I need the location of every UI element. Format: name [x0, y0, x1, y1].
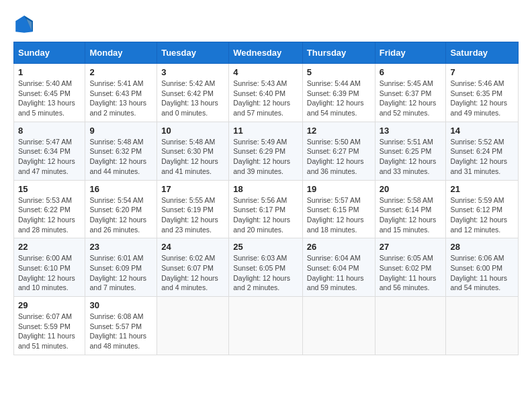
- calendar-table: SundayMondayTuesdayWednesdayThursdayFrid…: [13, 42, 519, 355]
- day-number: 12: [307, 126, 371, 136]
- empty-cell: [375, 297, 446, 355]
- empty-cell: [229, 297, 303, 355]
- day-info: Sunrise: 5:58 AMSunset: 6:14 PMDaylight:…: [380, 195, 442, 235]
- day-info: Sunrise: 5:49 AMSunset: 6:29 PMDaylight:…: [233, 137, 298, 177]
- day-info: Sunrise: 5:46 AMSunset: 6:35 PMDaylight:…: [450, 79, 514, 118]
- day-info: Sunrise: 5:47 AMSunset: 6:34 PMDaylight:…: [18, 137, 81, 177]
- day-number: 23: [89, 242, 152, 252]
- day-info: Sunrise: 5:55 AMSunset: 6:19 PMDaylight:…: [161, 195, 224, 235]
- empty-cell: [157, 297, 229, 355]
- day-number: 29: [18, 300, 81, 310]
- day-cell-3: 3Sunrise: 5:42 AMSunset: 6:42 PMDaylight…: [157, 64, 229, 122]
- empty-cell: [302, 297, 375, 355]
- day-info: Sunrise: 5:43 AMSunset: 6:40 PMDaylight:…: [233, 79, 298, 118]
- day-cell-7: 7Sunrise: 5:46 AMSunset: 6:35 PMDaylight…: [446, 64, 519, 122]
- day-number: 4: [233, 67, 298, 77]
- day-info: Sunrise: 5:48 AMSunset: 6:32 PMDaylight:…: [89, 137, 152, 177]
- day-cell-20: 20Sunrise: 5:58 AMSunset: 6:14 PMDayligh…: [375, 180, 446, 238]
- day-cell-13: 13Sunrise: 5:51 AMSunset: 6:25 PMDayligh…: [375, 122, 446, 180]
- day-number: 27: [380, 242, 442, 252]
- col-header-tuesday: Tuesday: [157, 42, 229, 64]
- day-cell-23: 23Sunrise: 6:01 AMSunset: 6:09 PMDayligh…: [85, 238, 157, 297]
- day-number: 17: [161, 184, 224, 194]
- col-header-sunday: Sunday: [14, 42, 85, 64]
- day-number: 28: [450, 242, 514, 252]
- day-info: Sunrise: 5:48 AMSunset: 6:30 PMDaylight:…: [161, 137, 224, 177]
- day-cell-17: 17Sunrise: 5:55 AMSunset: 6:19 PMDayligh…: [157, 180, 229, 238]
- day-info: Sunrise: 6:06 AMSunset: 6:00 PMDaylight:…: [450, 253, 514, 293]
- day-number: 1: [18, 67, 81, 77]
- day-number: 24: [161, 242, 224, 252]
- day-number: 7: [450, 67, 514, 77]
- day-number: 25: [233, 242, 298, 252]
- week-row-5: 29Sunrise: 6:07 AMSunset: 5:59 PMDayligh…: [14, 297, 519, 355]
- day-info: Sunrise: 6:02 AMSunset: 6:07 PMDaylight:…: [161, 253, 224, 293]
- page-header: [13, 13, 519, 35]
- day-number: 8: [18, 126, 81, 136]
- day-cell-22: 22Sunrise: 6:00 AMSunset: 6:10 PMDayligh…: [14, 238, 85, 297]
- day-number: 5: [307, 67, 371, 77]
- day-number: 15: [18, 184, 81, 194]
- col-header-thursday: Thursday: [302, 42, 375, 64]
- logo: [13, 13, 38, 35]
- logo-icon: [13, 13, 35, 35]
- day-number: 9: [89, 126, 152, 136]
- day-cell-2: 2Sunrise: 5:41 AMSunset: 6:43 PMDaylight…: [85, 64, 157, 122]
- day-cell-25: 25Sunrise: 6:03 AMSunset: 6:05 PMDayligh…: [229, 238, 303, 297]
- day-number: 30: [89, 300, 152, 310]
- day-cell-30: 30Sunrise: 6:08 AMSunset: 5:57 PMDayligh…: [85, 297, 157, 355]
- day-number: 22: [18, 242, 81, 252]
- col-header-saturday: Saturday: [446, 42, 519, 64]
- day-number: 3: [161, 67, 224, 77]
- day-info: Sunrise: 5:59 AMSunset: 6:12 PMDaylight:…: [450, 195, 514, 235]
- day-cell-6: 6Sunrise: 5:45 AMSunset: 6:37 PMDaylight…: [375, 64, 446, 122]
- empty-cell: [446, 297, 519, 355]
- day-number: 18: [233, 184, 298, 194]
- day-info: Sunrise: 6:03 AMSunset: 6:05 PMDaylight:…: [233, 253, 298, 293]
- week-row-3: 15Sunrise: 5:53 AMSunset: 6:22 PMDayligh…: [14, 180, 519, 238]
- day-cell-4: 4Sunrise: 5:43 AMSunset: 6:40 PMDaylight…: [229, 64, 303, 122]
- col-header-wednesday: Wednesday: [229, 42, 303, 64]
- day-info: Sunrise: 5:45 AMSunset: 6:37 PMDaylight:…: [380, 79, 442, 118]
- day-info: Sunrise: 5:50 AMSunset: 6:27 PMDaylight:…: [307, 137, 371, 177]
- day-number: 14: [450, 126, 514, 136]
- day-number: 10: [161, 126, 224, 136]
- day-info: Sunrise: 6:05 AMSunset: 6:02 PMDaylight:…: [380, 253, 442, 293]
- day-number: 16: [89, 184, 152, 194]
- week-row-1: 1Sunrise: 5:40 AMSunset: 6:45 PMDaylight…: [14, 64, 519, 122]
- week-row-2: 8Sunrise: 5:47 AMSunset: 6:34 PMDaylight…: [14, 122, 519, 180]
- day-cell-1: 1Sunrise: 5:40 AMSunset: 6:45 PMDaylight…: [14, 64, 85, 122]
- day-cell-8: 8Sunrise: 5:47 AMSunset: 6:34 PMDaylight…: [14, 122, 85, 180]
- day-info: Sunrise: 5:41 AMSunset: 6:43 PMDaylight:…: [89, 79, 152, 118]
- day-cell-16: 16Sunrise: 5:54 AMSunset: 6:20 PMDayligh…: [85, 180, 157, 238]
- day-number: 11: [233, 126, 298, 136]
- day-cell-26: 26Sunrise: 6:04 AMSunset: 6:04 PMDayligh…: [302, 238, 375, 297]
- day-cell-10: 10Sunrise: 5:48 AMSunset: 6:30 PMDayligh…: [157, 122, 229, 180]
- day-info: Sunrise: 6:08 AMSunset: 5:57 PMDaylight:…: [89, 312, 152, 351]
- day-info: Sunrise: 5:51 AMSunset: 6:25 PMDaylight:…: [380, 137, 442, 177]
- day-cell-29: 29Sunrise: 6:07 AMSunset: 5:59 PMDayligh…: [14, 297, 85, 355]
- day-cell-18: 18Sunrise: 5:56 AMSunset: 6:17 PMDayligh…: [229, 180, 303, 238]
- day-cell-19: 19Sunrise: 5:57 AMSunset: 6:15 PMDayligh…: [302, 180, 375, 238]
- header-row: SundayMondayTuesdayWednesdayThursdayFrid…: [14, 42, 519, 64]
- day-info: Sunrise: 6:07 AMSunset: 5:59 PMDaylight:…: [18, 312, 81, 351]
- day-number: 2: [89, 67, 152, 77]
- day-cell-21: 21Sunrise: 5:59 AMSunset: 6:12 PMDayligh…: [446, 180, 519, 238]
- day-number: 19: [307, 184, 371, 194]
- day-cell-15: 15Sunrise: 5:53 AMSunset: 6:22 PMDayligh…: [14, 180, 85, 238]
- col-header-monday: Monday: [85, 42, 157, 64]
- day-number: 21: [450, 184, 514, 194]
- day-info: Sunrise: 5:53 AMSunset: 6:22 PMDaylight:…: [18, 195, 81, 235]
- day-number: 6: [380, 67, 442, 77]
- day-cell-27: 27Sunrise: 6:05 AMSunset: 6:02 PMDayligh…: [375, 238, 446, 297]
- day-info: Sunrise: 5:44 AMSunset: 6:39 PMDaylight:…: [307, 79, 371, 118]
- day-cell-9: 9Sunrise: 5:48 AMSunset: 6:32 PMDaylight…: [85, 122, 157, 180]
- day-info: Sunrise: 5:40 AMSunset: 6:45 PMDaylight:…: [18, 79, 81, 118]
- day-info: Sunrise: 5:56 AMSunset: 6:17 PMDaylight:…: [233, 195, 298, 235]
- day-cell-12: 12Sunrise: 5:50 AMSunset: 6:27 PMDayligh…: [302, 122, 375, 180]
- day-number: 13: [380, 126, 442, 136]
- day-cell-5: 5Sunrise: 5:44 AMSunset: 6:39 PMDaylight…: [302, 64, 375, 122]
- day-cell-11: 11Sunrise: 5:49 AMSunset: 6:29 PMDayligh…: [229, 122, 303, 180]
- day-info: Sunrise: 5:54 AMSunset: 6:20 PMDaylight:…: [89, 195, 152, 235]
- day-cell-14: 14Sunrise: 5:52 AMSunset: 6:24 PMDayligh…: [446, 122, 519, 180]
